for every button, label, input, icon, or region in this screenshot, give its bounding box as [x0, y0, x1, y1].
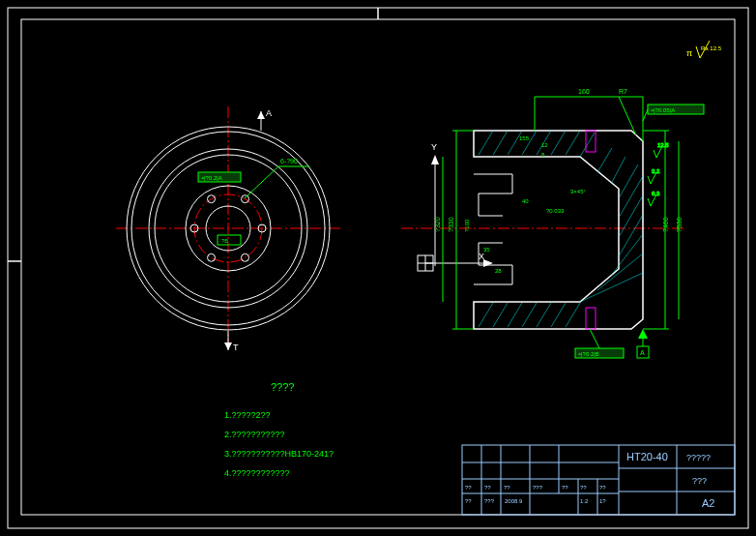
svg-text:12.5: 12.5 — [657, 142, 669, 148]
note-1: 1.?????2?? — [224, 410, 271, 420]
tb-subdesc: ??? — [692, 476, 707, 486]
tb-r2c7: 1? — [599, 498, 606, 504]
tb-r1c6: ?? — [562, 485, 568, 491]
svg-line-36 — [508, 303, 522, 327]
tolerance-box-center: ?B — [218, 235, 241, 245]
surface-mark-global: π Ra 12.5 — [686, 41, 722, 58]
hatch-lower — [479, 303, 580, 327]
dim-top-overall: 160 — [578, 88, 590, 95]
svg-text:6.3: 6.3 — [652, 191, 660, 196]
notes-block: ???? 1.?????2?? 2.??????????? 3.????????… — [224, 381, 334, 478]
tol-center-text: ?B — [221, 238, 228, 244]
svg-text:3.2: 3.2 — [652, 168, 660, 174]
svg-line-45 — [619, 97, 636, 135]
surface-mark-value: π — [686, 48, 692, 58]
svg-line-27 — [619, 164, 638, 198]
dim-r: R7 — [619, 88, 627, 95]
dim-diam-2: ?460 — [662, 217, 669, 232]
bolt-callout-text: 6-?90 — [280, 158, 298, 164]
tb-material: HT20-40 — [626, 451, 668, 462]
datum-a-label: A — [640, 349, 645, 356]
dim-h-top: 155 — [519, 135, 530, 141]
dim-depth1: 12 — [541, 142, 548, 148]
svg-line-57 — [590, 329, 599, 348]
section-line-bottom: T — [224, 331, 239, 352]
surface-mark-1: 12.5 — [654, 142, 669, 158]
svg-line-20 — [522, 131, 537, 155]
svg-line-18 — [493, 131, 508, 155]
dim-diam-1: ?530 — [676, 217, 683, 232]
section-label-top: A — [266, 108, 272, 118]
detail-mark-bot — [586, 308, 596, 329]
svg-line-22 — [551, 131, 566, 155]
section-label-bottom: T — [233, 342, 239, 352]
svg-line-44 — [643, 109, 648, 121]
svg-line-35 — [493, 303, 508, 327]
tb-r1c8: ?? — [599, 485, 606, 491]
tol-box-br-text: ⌖|?0.2|B — [578, 351, 599, 357]
svg-line-31 — [611, 234, 643, 276]
svg-line-24 — [580, 133, 595, 157]
svg-line-19 — [508, 131, 522, 155]
tb-r2c5: 1:2 — [580, 498, 589, 504]
svg-line-29 — [619, 195, 643, 237]
svg-line-33 — [580, 273, 643, 302]
tb-r1c5: ??? — [533, 485, 543, 491]
axis-y-label: Y — [431, 142, 437, 152]
tb-r2c4: 2008.9 — [505, 498, 523, 504]
dim-diam-5: ?320 — [434, 217, 441, 232]
drawing-svg: π Ra 12.5 A T — [0, 0, 756, 536]
dim-h1: 40 — [522, 198, 529, 204]
tolerance-box-upper: ⌖|?0.2|A — [198, 172, 241, 182]
note-2: 2.??????????? — [224, 430, 285, 439]
axis-x-label: X — [479, 252, 484, 261]
notes-title: ???? — [271, 381, 294, 393]
svg-marker-58 — [638, 329, 648, 339]
dim-h2: ?0.033 — [546, 208, 565, 214]
tb-r2c1: ?? — [465, 498, 472, 504]
svg-line-26 — [611, 157, 625, 184]
surface-mark-3: 6.3 — [648, 191, 660, 206]
datum-a: A — [637, 329, 649, 358]
surface-mark-2: 3.2 — [648, 168, 660, 184]
dim-small-28: 28 — [495, 268, 502, 274]
origin-marker-icon — [418, 255, 433, 271]
dim-angle: 3×45° — [570, 189, 587, 194]
tb-desc: ????? — [686, 453, 711, 462]
frame-inner — [21, 19, 735, 515]
svg-marker-9 — [224, 342, 232, 350]
tb-r1c1: ?? — [465, 485, 472, 491]
tol-upper-text: ⌖|?0.2|A — [201, 175, 222, 181]
svg-line-23 — [566, 131, 580, 155]
section-line-top: A — [257, 108, 272, 131]
svg-line-17 — [479, 131, 493, 155]
svg-line-34 — [479, 303, 493, 327]
tb-r1c7: ?? — [580, 485, 587, 491]
axis-y-arrow-icon — [431, 155, 439, 164]
tb-sheet: A2 — [702, 497, 714, 509]
svg-line-39 — [551, 303, 566, 327]
tol-box-tr-text: ⌖|?0.05|A — [651, 107, 675, 113]
svg-line-37 — [522, 303, 537, 327]
note-4: 4.???????????? — [224, 468, 290, 478]
svg-line-25 — [597, 148, 612, 172]
svg-line-28 — [619, 176, 643, 218]
section-view: 160 ⌖|?0.05|A R7 12 8 155 ?460 ?530 ?330… — [401, 88, 704, 358]
svg-line-10 — [245, 166, 278, 198]
dim-diam-4: ?100 — [464, 219, 470, 232]
svg-point-3 — [208, 253, 216, 261]
svg-marker-7 — [257, 111, 265, 119]
title-block: HT20-40 ????? ??? A2 ?? ?? ?? ??? ?? ?? … — [462, 445, 735, 515]
section-outer-profile — [474, 131, 643, 329]
tb-r1c3: ?? — [504, 485, 510, 491]
axis-x-arrow-icon — [483, 259, 493, 267]
front-view: A T 6-?90 ⌖|?0.2|A ?B — [116, 106, 343, 352]
svg-line-32 — [597, 253, 643, 290]
svg-line-40 — [566, 303, 580, 327]
svg-line-38 — [537, 303, 551, 327]
tb-r2c2: ??? — [484, 498, 495, 504]
dim-small-35: 35 — [483, 247, 490, 253]
dim-diam-3: ?330 — [448, 217, 454, 232]
cad-canvas: π Ra 12.5 A T — [0, 0, 756, 536]
axis-system: Y X — [418, 142, 493, 271]
